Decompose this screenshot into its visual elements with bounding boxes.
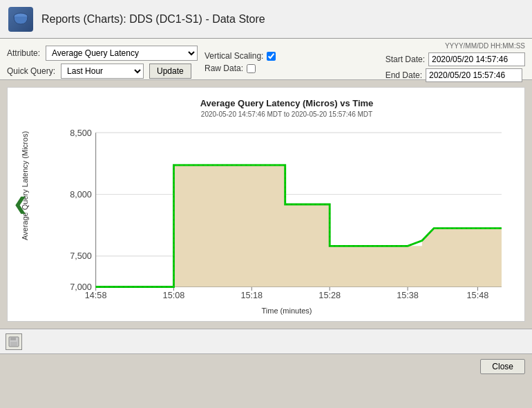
middle-section: Vertical Scaling: Raw Data: — [205, 51, 276, 73]
svg-marker-23 — [96, 165, 502, 286]
quick-query-label: Quick Query: — [7, 66, 55, 76]
x-axis-label: Time (minutes) — [262, 307, 312, 315]
chart-plot: Average Query Latency (Micros) vs Time 2… — [56, 98, 517, 283]
end-date-label: End Date: — [386, 70, 422, 80]
vertical-scaling-row: Vertical Scaling: — [205, 51, 276, 61]
update-button[interactable]: Update — [149, 64, 191, 79]
raw-data-checkbox[interactable] — [247, 64, 256, 73]
app-icon — [8, 7, 33, 32]
svg-text:14:58: 14:58 — [85, 291, 107, 300]
date-section: YYYY/MM/DD HH:MM:SS Start Date: End Date… — [386, 42, 525, 82]
quick-query-select[interactable]: Last Hour — [61, 64, 144, 79]
quick-query-row: Quick Query: Last Hour Update — [7, 64, 198, 79]
vertical-scaling-label: Vertical Scaling: — [205, 51, 263, 61]
bottom-bar — [0, 329, 532, 353]
svg-text:15:28: 15:28 — [319, 291, 341, 300]
date-format-hint: YYYY/MM/DD HH:MM:SS — [386, 42, 525, 50]
close-button[interactable]: Close — [480, 359, 525, 374]
svg-rect-25 — [10, 337, 16, 340]
title-bar: Reports (Charts): DDS (DC1-S1) - Data St… — [0, 0, 532, 39]
chart-subtitle: 2020-05-20 14:57:46 MDT to 2020-05-20 15… — [56, 110, 517, 118]
footer-bar: Close — [0, 353, 532, 378]
save-button[interactable] — [6, 333, 22, 350]
raw-data-label: Raw Data: — [205, 64, 243, 73]
start-date-row: Start Date: — [386, 52, 525, 66]
page-title: Reports (Charts): DDS (DC1-S1) - Data St… — [41, 13, 265, 26]
start-date-input[interactable] — [428, 52, 525, 66]
svg-text:15:18: 15:18 — [240, 291, 263, 300]
vertical-scaling-checkbox[interactable] — [267, 52, 276, 61]
svg-text:15:38: 15:38 — [397, 291, 419, 300]
svg-rect-26 — [10, 342, 17, 346]
end-date-row: End Date: — [386, 68, 525, 82]
attribute-row: Attribute: Average Query Latency — [7, 46, 198, 61]
svg-text:15:48: 15:48 — [467, 291, 489, 300]
checkbox-group: Vertical Scaling: Raw Data: — [205, 51, 276, 73]
svg-text:7,500: 7,500 — [70, 251, 92, 261]
attribute-select[interactable]: Average Query Latency — [46, 46, 198, 61]
start-date-label: Start Date: — [386, 55, 425, 64]
svg-text:15:08: 15:08 — [163, 291, 185, 300]
chart-title: Average Query Latency (Micros) vs Time — [56, 98, 517, 108]
svg-text:8,000: 8,000 — [70, 190, 92, 200]
chart-svg: 8,500 8,000 7,500 7,000 14:58 15:08 15:1… — [56, 125, 517, 310]
svg-text:8,500: 8,500 — [70, 128, 92, 138]
end-date-input[interactable] — [426, 68, 522, 82]
controls-left: Attribute: Average Query Latency Quick Q… — [7, 46, 198, 79]
raw-data-row: Raw Data: — [205, 64, 276, 73]
attribute-label: Attribute: — [7, 48, 40, 58]
controls-bar: Attribute: Average Query Latency Quick Q… — [0, 39, 532, 80]
nav-arrow-left[interactable]: ❮ — [13, 195, 27, 214]
y-axis-label: Average Query Latency (Micros) — [21, 130, 29, 240]
chart-area: ❮ Average Query Latency (Micros) Average… — [7, 87, 525, 322]
